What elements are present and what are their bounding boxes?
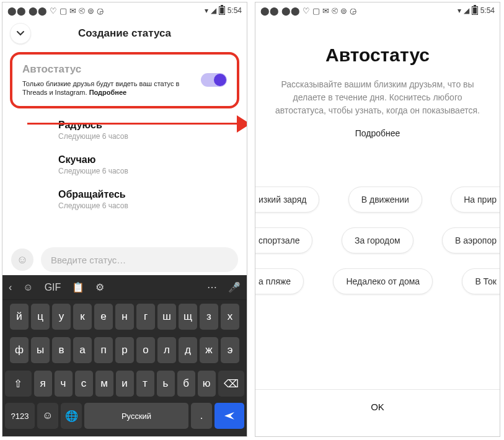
- backspace-key[interactable]: ⌫: [218, 371, 245, 397]
- status-option[interactable]: Обращайтесь Следующие 6 часов: [58, 189, 234, 210]
- chip[interactable]: Недалеко от дома: [333, 268, 433, 294]
- autostatus-toggle[interactable]: [201, 73, 227, 87]
- key[interactable]: и: [116, 371, 134, 397]
- autostatus-chips: изкий заряд В движении На прир спортзале…: [255, 187, 500, 294]
- clock: 5:54: [480, 6, 495, 15]
- keyboard-toolbar: ‹ ☺ GIF 📋 ⚙ ⋯ 🎤: [2, 275, 247, 300]
- key[interactable]: у: [52, 304, 71, 330]
- enter-key[interactable]: [214, 403, 244, 429]
- status-icons-right: ▾ ◢ 5:54: [458, 6, 495, 15]
- key[interactable]: р: [115, 337, 134, 363]
- status-options: Радуюсь Следующие 6 часов Скучаю Следующ…: [2, 116, 247, 210]
- emoji-button[interactable]: ☺: [11, 249, 33, 271]
- status-icons-left: ⬤⬤⬤⬤♡▢✉⧀⊚◶: [7, 7, 104, 15]
- battery-icon: [219, 6, 225, 15]
- key[interactable]: ю: [198, 371, 216, 397]
- header: Создание статуса: [2, 19, 247, 48]
- key[interactable]: н: [115, 304, 134, 330]
- clipboard-icon[interactable]: 📋: [72, 281, 84, 293]
- chip[interactable]: За городом: [342, 227, 413, 253]
- sticker-icon[interactable]: ☺: [23, 282, 33, 293]
- status-icons-left: ⬤⬤⬤⬤♡▢✉⧀⊚◶: [260, 7, 356, 15]
- battery-icon: [472, 6, 478, 15]
- key[interactable]: ь: [157, 371, 175, 397]
- learn-more-link[interactable]: Подробнее: [255, 128, 500, 138]
- status-option-sub: Следующие 6 часов: [58, 201, 234, 210]
- key[interactable]: в: [52, 337, 71, 363]
- chip[interactable]: изкий заряд: [255, 187, 319, 213]
- kb-row-3: ⇧ я ч с м и т ь б ю ⌫: [2, 367, 247, 400]
- gif-button[interactable]: GIF: [45, 282, 61, 293]
- autostatus-card[interactable]: Автостатус Только близкие друзья будут в…: [10, 52, 239, 108]
- key[interactable]: д: [179, 337, 197, 363]
- learn-more-link[interactable]: Подробнее: [89, 89, 127, 96]
- chip[interactable]: спортзале: [255, 227, 312, 253]
- status-option-sub: Следующие 6 часов: [58, 167, 234, 175]
- status-option-title: Обращайтесь: [58, 189, 234, 200]
- clock: 5:54: [228, 6, 242, 15]
- phone-left: ⬤⬤⬤⬤♡▢✉⧀⊚◶ ▾ ◢ 5:54 Создание статуса Авт…: [2, 2, 247, 437]
- autostatus-heading: Автостатус: [255, 45, 500, 66]
- chip[interactable]: а пляже: [255, 268, 304, 294]
- mic-icon[interactable]: 🎤: [228, 281, 241, 293]
- status-icons-right: ▾ ◢ 5:54: [205, 6, 242, 15]
- key[interactable]: й: [10, 304, 29, 330]
- keyboard: ‹ ☺ GIF 📋 ⚙ ⋯ 🎤 й ц у к е н г ш: [2, 275, 247, 436]
- annotation-arrow-head: [237, 115, 247, 133]
- signal-icon: ◢: [211, 6, 216, 15]
- status-bar: ⬤⬤⬤⬤♡▢✉⧀⊚◶ ▾ ◢ 5:54: [255, 2, 500, 19]
- chip[interactable]: В Ток: [462, 268, 500, 294]
- status-bar: ⬤⬤⬤⬤♡▢✉⧀⊚◶ ▾ ◢ 5:54: [2, 2, 247, 19]
- ok-button[interactable]: OK: [255, 389, 500, 424]
- key[interactable]: ф: [10, 337, 29, 363]
- period-key[interactable]: .: [191, 403, 212, 429]
- key[interactable]: ш: [157, 304, 176, 330]
- space-key[interactable]: Русский: [84, 403, 188, 429]
- key[interactable]: а: [73, 337, 92, 363]
- chip[interactable]: В движении: [348, 187, 422, 213]
- key[interactable]: щ: [179, 304, 197, 330]
- shift-key[interactable]: ⇧: [5, 371, 32, 397]
- key[interactable]: с: [75, 371, 93, 397]
- status-option-title: Скучаю: [58, 154, 234, 165]
- autostatus-desc: Только близкие друзья будут видеть ваш с…: [22, 79, 195, 97]
- phone-right: ⬤⬤⬤⬤♡▢✉⧀⊚◶ ▾ ◢ 5:54 Автостатус Рассказыв…: [255, 2, 500, 437]
- key[interactable]: ы: [31, 337, 50, 363]
- key[interactable]: о: [136, 337, 155, 363]
- key[interactable]: ц: [31, 304, 50, 330]
- chip[interactable]: На прир: [451, 187, 500, 213]
- page-title: Создание статуса: [10, 27, 239, 40]
- autostatus-title: Автостатус: [22, 63, 195, 76]
- status-input[interactable]: Введите статус…: [41, 247, 238, 272]
- status-option[interactable]: Скучаю Следующие 6 часов: [58, 154, 234, 175]
- kb-row-1: й ц у к е н г ш щ з х: [2, 300, 247, 333]
- key[interactable]: х: [221, 304, 239, 330]
- key[interactable]: ч: [55, 371, 73, 397]
- key[interactable]: ж: [200, 337, 218, 363]
- annotation-arrow: [27, 123, 237, 125]
- kb-collapse-icon[interactable]: ‹: [9, 282, 12, 293]
- kb-row-2: ф ы в а п р о л д ж э: [2, 333, 247, 367]
- chip[interactable]: В аэропор: [442, 227, 500, 253]
- symbols-key[interactable]: ?123: [5, 403, 35, 429]
- settings-icon[interactable]: ⚙: [95, 281, 104, 293]
- status-option-sub: Следующие 6 часов: [58, 132, 234, 141]
- key[interactable]: э: [221, 337, 239, 363]
- language-key[interactable]: 🌐: [61, 403, 82, 429]
- send-icon: [223, 411, 236, 421]
- kb-more-icon[interactable]: ⋯: [207, 281, 217, 293]
- key[interactable]: л: [157, 337, 176, 363]
- key[interactable]: г: [136, 304, 155, 330]
- signal-icon: ◢: [464, 6, 469, 15]
- key[interactable]: б: [177, 371, 195, 397]
- key[interactable]: к: [73, 304, 92, 330]
- key[interactable]: п: [94, 337, 113, 363]
- key[interactable]: е: [94, 304, 113, 330]
- key[interactable]: т: [136, 371, 154, 397]
- composer: ☺ Введите статус…: [2, 244, 247, 275]
- emoji-key[interactable]: ☺: [37, 403, 58, 429]
- key[interactable]: м: [95, 371, 113, 397]
- autostatus-description: Рассказывайте вашим близким друзьям, что…: [272, 78, 484, 117]
- key[interactable]: я: [34, 371, 52, 397]
- key[interactable]: з: [200, 304, 218, 330]
